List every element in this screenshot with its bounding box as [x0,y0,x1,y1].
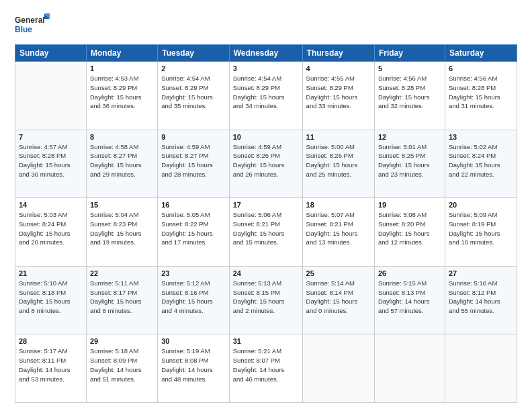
calendar-cell: 25Sunrise: 5:14 AM Sunset: 8:14 PM Dayli… [302,266,374,334]
calendar-cell [445,334,517,403]
calendar-cell: 8Sunrise: 4:58 AM Sunset: 8:27 PM Daylig… [86,130,157,198]
calendar-cell: 29Sunrise: 5:18 AM Sunset: 8:09 PM Dayli… [86,334,157,403]
day-number: 10 [233,133,299,141]
day-number: 17 [233,201,299,209]
calendar-week-row: 1Sunrise: 4:53 AM Sunset: 8:29 PM Daylig… [15,62,517,130]
calendar-cell: 23Sunrise: 5:12 AM Sunset: 8:16 PM Dayli… [158,266,230,334]
calendar-week-row: 28Sunrise: 5:17 AM Sunset: 8:11 PM Dayli… [15,334,517,403]
calendar-table: SundayMondayTuesdayWednesdayThursdayFrid… [15,44,517,403]
calendar-cell: 27Sunrise: 5:16 AM Sunset: 8:12 PM Dayli… [445,266,517,334]
calendar-cell: 2Sunrise: 4:54 AM Sunset: 8:29 PM Daylig… [158,62,230,130]
calendar-cell: 22Sunrise: 5:11 AM Sunset: 8:17 PM Dayli… [86,266,157,334]
day-number: 18 [306,201,371,209]
calendar-cell: 26Sunrise: 5:15 AM Sunset: 8:13 PM Dayli… [374,266,445,334]
calendar-cell: 30Sunrise: 5:19 AM Sunset: 8:08 PM Dayli… [158,334,230,403]
calendar-cell: 5Sunrise: 4:56 AM Sunset: 8:28 PM Daylig… [374,62,445,130]
day-number: 24 [233,269,299,277]
day-info: Sunrise: 5:03 AM Sunset: 8:24 PM Dayligh… [19,210,83,247]
calendar-cell: 28Sunrise: 5:17 AM Sunset: 8:11 PM Dayli… [15,334,87,403]
calendar-cell: 24Sunrise: 5:13 AM Sunset: 8:15 PM Dayli… [229,266,302,334]
calendar-cell: 11Sunrise: 5:00 AM Sunset: 8:26 PM Dayli… [302,130,374,198]
day-number: 16 [161,201,226,209]
day-info: Sunrise: 4:55 AM Sunset: 8:29 PM Dayligh… [306,74,371,111]
calendar-cell: 21Sunrise: 5:10 AM Sunset: 8:18 PM Dayli… [15,266,87,334]
day-number: 19 [378,201,441,209]
day-of-week-header: Sunday [15,45,87,62]
calendar-week-row: 7Sunrise: 4:57 AM Sunset: 8:28 PM Daylig… [15,130,517,198]
calendar-cell: 3Sunrise: 4:54 AM Sunset: 8:29 PM Daylig… [229,62,302,130]
calendar-cell [15,62,87,130]
day-number: 14 [19,201,83,209]
calendar-cell: 12Sunrise: 5:01 AM Sunset: 8:25 PM Dayli… [374,130,445,198]
day-of-week-header: Monday [86,45,157,62]
days-of-week-row: SundayMondayTuesdayWednesdayThursdayFrid… [15,45,517,62]
day-number: 4 [306,64,371,73]
day-number: 21 [19,269,83,277]
calendar-cell: 18Sunrise: 5:07 AM Sunset: 8:21 PM Dayli… [302,198,374,267]
day-number: 1 [90,64,154,73]
day-info: Sunrise: 4:57 AM Sunset: 8:28 PM Dayligh… [19,142,83,179]
calendar-cell: 10Sunrise: 4:59 AM Sunset: 8:26 PM Dayli… [229,130,302,198]
day-of-week-header: Wednesday [229,45,302,62]
calendar-cell [374,334,445,403]
day-number: 22 [90,269,154,277]
day-info: Sunrise: 5:15 AM Sunset: 8:13 PM Dayligh… [378,279,441,316]
general-blue-logo: General Blue [15,12,50,38]
day-info: Sunrise: 5:05 AM Sunset: 8:22 PM Dayligh… [161,210,226,247]
day-of-week-header: Tuesday [158,45,230,62]
calendar-cell: 31Sunrise: 5:21 AM Sunset: 8:07 PM Dayli… [229,334,302,403]
day-number: 11 [306,133,371,141]
day-number: 6 [449,64,513,73]
day-info: Sunrise: 4:56 AM Sunset: 8:28 PM Dayligh… [378,74,441,111]
day-info: Sunrise: 4:59 AM Sunset: 8:26 PM Dayligh… [233,142,299,179]
svg-text:Blue: Blue [15,25,32,34]
day-info: Sunrise: 4:53 AM Sunset: 8:29 PM Dayligh… [90,74,154,111]
day-number: 28 [19,337,83,345]
day-info: Sunrise: 5:11 AM Sunset: 8:17 PM Dayligh… [90,279,154,316]
day-info: Sunrise: 4:59 AM Sunset: 8:27 PM Dayligh… [161,142,226,179]
day-number: 2 [161,64,226,73]
day-info: Sunrise: 4:54 AM Sunset: 8:29 PM Dayligh… [233,74,299,111]
day-info: Sunrise: 4:58 AM Sunset: 8:27 PM Dayligh… [90,142,154,179]
day-number: 31 [233,337,299,345]
day-info: Sunrise: 5:04 AM Sunset: 8:23 PM Dayligh… [90,210,154,247]
day-info: Sunrise: 5:02 AM Sunset: 8:24 PM Dayligh… [449,142,513,179]
day-number: 30 [161,337,226,345]
day-number: 15 [90,201,154,209]
calendar-cell: 7Sunrise: 4:57 AM Sunset: 8:28 PM Daylig… [15,130,87,198]
day-info: Sunrise: 5:19 AM Sunset: 8:08 PM Dayligh… [161,347,226,383]
calendar-cell: 6Sunrise: 4:56 AM Sunset: 8:28 PM Daylig… [445,62,517,130]
calendar-cell: 1Sunrise: 4:53 AM Sunset: 8:29 PM Daylig… [86,62,157,130]
day-info: Sunrise: 4:54 AM Sunset: 8:29 PM Dayligh… [161,74,226,111]
day-number: 25 [306,269,371,277]
calendar-body: 1Sunrise: 4:53 AM Sunset: 8:29 PM Daylig… [15,62,517,403]
day-info: Sunrise: 5:07 AM Sunset: 8:21 PM Dayligh… [306,210,371,247]
day-of-week-header: Saturday [445,45,517,62]
header: General Blue [15,12,517,38]
day-number: 8 [90,133,154,141]
svg-text:General: General [15,15,45,25]
calendar-cell: 20Sunrise: 5:09 AM Sunset: 8:19 PM Dayli… [445,198,517,267]
day-info: Sunrise: 5:00 AM Sunset: 8:26 PM Dayligh… [306,142,371,179]
day-info: Sunrise: 5:12 AM Sunset: 8:16 PM Dayligh… [161,279,226,316]
calendar-cell: 16Sunrise: 5:05 AM Sunset: 8:22 PM Dayli… [158,198,230,267]
calendar-cell: 19Sunrise: 5:08 AM Sunset: 8:20 PM Dayli… [374,198,445,267]
day-info: Sunrise: 5:16 AM Sunset: 8:12 PM Dayligh… [449,279,513,316]
day-info: Sunrise: 5:17 AM Sunset: 8:11 PM Dayligh… [19,347,83,383]
calendar-week-row: 21Sunrise: 5:10 AM Sunset: 8:18 PM Dayli… [15,266,517,334]
day-number: 9 [161,133,226,141]
calendar-cell: 14Sunrise: 5:03 AM Sunset: 8:24 PM Dayli… [15,198,87,267]
calendar-cell: 13Sunrise: 5:02 AM Sunset: 8:24 PM Dayli… [445,130,517,198]
day-of-week-header: Thursday [302,45,374,62]
day-info: Sunrise: 5:08 AM Sunset: 8:20 PM Dayligh… [378,210,441,247]
logo: General Blue [15,12,50,38]
day-number: 26 [378,269,441,277]
day-number: 23 [161,269,226,277]
day-info: Sunrise: 5:13 AM Sunset: 8:15 PM Dayligh… [233,279,299,316]
day-info: Sunrise: 5:01 AM Sunset: 8:25 PM Dayligh… [378,142,441,179]
calendar-week-row: 14Sunrise: 5:03 AM Sunset: 8:24 PM Dayli… [15,198,517,267]
calendar-page: General Blue SundayMondayTuesdayWednesda… [0,0,532,411]
day-info: Sunrise: 5:18 AM Sunset: 8:09 PM Dayligh… [90,347,154,383]
day-number: 12 [378,133,441,141]
day-info: Sunrise: 5:10 AM Sunset: 8:18 PM Dayligh… [19,279,83,316]
